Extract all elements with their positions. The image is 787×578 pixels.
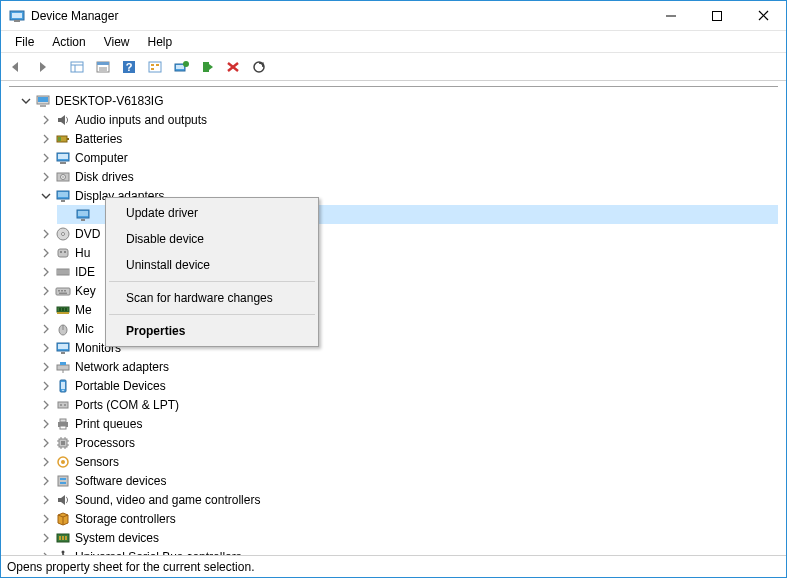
tree-item[interactable]: Computer — [37, 148, 778, 167]
svg-rect-7 — [71, 62, 83, 72]
devices-by-type-button[interactable] — [143, 56, 167, 78]
window-controls — [648, 1, 786, 30]
svg-line-108 — [63, 555, 67, 556]
sensor-icon — [55, 454, 71, 470]
tree-item-label: Me — [75, 303, 92, 317]
chevron-right-icon[interactable] — [39, 550, 53, 556]
chevron-right-icon[interactable] — [39, 379, 53, 393]
tree-item[interactable]: Sensors — [37, 452, 778, 471]
help-button[interactable]: ? — [117, 56, 141, 78]
properties-button[interactable] — [91, 56, 115, 78]
context-menu-item[interactable]: Properties — [108, 318, 316, 344]
dvd-icon — [55, 226, 71, 242]
enable-button[interactable] — [195, 56, 219, 78]
context-menu-item[interactable]: Update driver — [108, 200, 316, 226]
chevron-right-icon[interactable] — [39, 265, 53, 279]
scan-button[interactable] — [247, 56, 271, 78]
display-icon — [55, 188, 71, 204]
tree-item[interactable]: Storage controllers — [37, 509, 778, 528]
tree-item[interactable]: Network adapters — [37, 357, 778, 376]
chevron-right-icon[interactable] — [39, 341, 53, 355]
tree-item-label: Network adapters — [75, 360, 169, 374]
chevron-right-icon[interactable] — [39, 113, 53, 127]
tree-item[interactable]: Portable Devices — [37, 376, 778, 395]
usb-icon — [55, 549, 71, 556]
svg-rect-21 — [176, 65, 184, 69]
close-button[interactable] — [740, 1, 786, 30]
menu-help[interactable]: Help — [140, 33, 181, 51]
tree-item-label: Universal Serial Bus controllers — [75, 550, 242, 556]
svg-rect-71 — [57, 365, 69, 370]
chevron-right-icon[interactable] — [39, 284, 53, 298]
svg-rect-48 — [60, 251, 62, 253]
window: Device Manager File Action View Help ? — [0, 0, 787, 578]
show-hidden-button[interactable] — [65, 56, 89, 78]
chevron-right-icon[interactable] — [39, 227, 53, 241]
update-driver-button[interactable] — [169, 56, 193, 78]
chevron-right-icon[interactable] — [39, 531, 53, 545]
svg-rect-23 — [203, 62, 209, 72]
chevron-right-icon[interactable] — [39, 132, 53, 146]
tree-item-label: Processors — [75, 436, 135, 450]
svg-point-76 — [62, 389, 63, 390]
tree-item-label: Audio inputs and outputs — [75, 113, 207, 127]
mouse-icon — [55, 321, 71, 337]
context-menu-item[interactable]: Scan for hardware changes — [108, 285, 316, 311]
tree-item[interactable]: Print queues — [37, 414, 778, 433]
chevron-right-icon[interactable] — [39, 512, 53, 526]
svg-rect-103 — [62, 536, 64, 540]
menu-action[interactable]: Action — [44, 33, 93, 51]
chevron-right-icon[interactable] — [39, 493, 53, 507]
portable-icon — [55, 378, 71, 394]
chevron-right-icon[interactable] — [39, 436, 53, 450]
chevron-right-icon[interactable] — [39, 360, 53, 374]
chevron-right-icon[interactable] — [39, 417, 53, 431]
svg-rect-81 — [60, 419, 66, 422]
svg-rect-82 — [60, 426, 66, 429]
app-icon — [9, 8, 25, 24]
svg-rect-104 — [65, 536, 67, 540]
battery-icon — [55, 131, 71, 147]
chevron-right-icon[interactable] — [39, 322, 53, 336]
forward-button[interactable] — [31, 56, 55, 78]
svg-rect-77 — [58, 402, 68, 408]
network-icon — [55, 359, 71, 375]
keyboard-icon — [55, 283, 71, 299]
chevron-right-icon[interactable] — [39, 303, 53, 317]
tree-root[interactable]: DESKTOP-V6183IG — [17, 91, 778, 110]
context-menu-separator — [109, 281, 315, 282]
tree-item[interactable]: Sound, video and game controllers — [37, 490, 778, 509]
tree-item[interactable]: Ports (COM & LPT) — [37, 395, 778, 414]
chevron-right-icon[interactable] — [39, 170, 53, 184]
svg-rect-63 — [59, 308, 61, 311]
chevron-right-icon[interactable] — [39, 398, 53, 412]
context-menu-item[interactable]: Uninstall device — [108, 252, 316, 278]
menu-view[interactable]: View — [96, 33, 138, 51]
tree-item[interactable]: Audio inputs and outputs — [37, 110, 778, 129]
svg-rect-58 — [61, 290, 63, 292]
chevron-down-icon[interactable] — [39, 189, 53, 203]
svg-rect-16 — [149, 62, 161, 72]
statusbar-text: Opens property sheet for the current sel… — [7, 560, 254, 574]
tree-item[interactable]: System devices — [37, 528, 778, 547]
tree-item[interactable]: Software devices — [37, 471, 778, 490]
svg-rect-18 — [156, 64, 159, 66]
disk-icon — [55, 169, 71, 185]
maximize-button[interactable] — [694, 1, 740, 30]
minimize-button[interactable] — [648, 1, 694, 30]
chevron-right-icon[interactable] — [39, 151, 53, 165]
tree-item[interactable]: Processors — [37, 433, 778, 452]
tree-item[interactable]: Disk drives — [37, 167, 778, 186]
chevron-down-icon[interactable] — [19, 94, 33, 108]
menu-file[interactable]: File — [7, 33, 42, 51]
tree-item[interactable]: Universal Serial Bus controllers — [37, 547, 778, 555]
back-button[interactable] — [5, 56, 29, 78]
svg-point-46 — [62, 232, 65, 235]
content-area: DESKTOP-V6183IG Audio inputs and outputs… — [1, 81, 786, 555]
chevron-right-icon[interactable] — [39, 455, 53, 469]
chevron-right-icon[interactable] — [39, 474, 53, 488]
uninstall-button[interactable] — [221, 56, 245, 78]
tree-item[interactable]: Batteries — [37, 129, 778, 148]
chevron-right-icon[interactable] — [39, 246, 53, 260]
context-menu-item[interactable]: Disable device — [108, 226, 316, 252]
